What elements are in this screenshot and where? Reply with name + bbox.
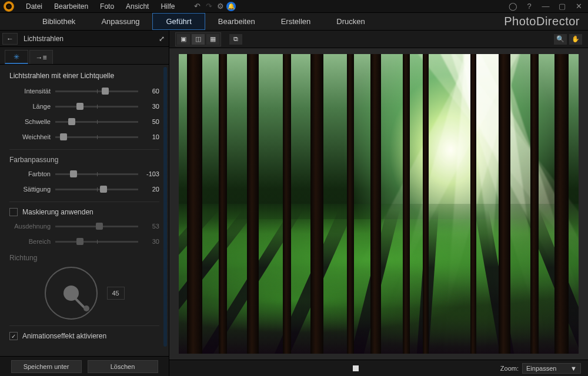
module-bar: Bibliothek Anpassung Geführt Bearbeiten … <box>0 13 588 31</box>
section-lightrays-title: Lichtstrahlen mit einer Lichtquelle <box>9 72 159 80</box>
panel-back-icon[interactable]: ← <box>2 33 18 45</box>
module-print[interactable]: Drucken <box>323 13 377 30</box>
minimize-icon[interactable]: — <box>540 2 552 11</box>
view-compare-icon[interactable]: ◫ <box>192 34 205 45</box>
checkbox-animation[interactable]: Animationseffekt aktivieren <box>9 332 159 340</box>
subtab-presets-icon[interactable]: →≡ <box>29 50 53 64</box>
direction-value[interactable]: 45 <box>107 287 125 300</box>
module-library[interactable]: Bibliothek <box>29 13 88 30</box>
work-area: ▣ ◫ ▦ ⧉ 🔍 ✋ <box>169 31 588 376</box>
section-direction-title: Richtung <box>9 254 159 262</box>
close-icon[interactable]: ✕ <box>573 2 584 11</box>
menu-photo[interactable]: Foto <box>94 2 120 11</box>
direction-dial[interactable] <box>45 267 98 320</box>
chevron-down-icon: ▼ <box>570 365 577 372</box>
preview-image <box>179 54 579 354</box>
panel-title: Lichtstrahlen <box>20 35 155 43</box>
delete-button[interactable]: Löschen <box>88 360 158 373</box>
slider-range: Bereich 30 <box>9 235 159 248</box>
checkbox-icon[interactable] <box>9 332 18 340</box>
module-create[interactable]: Erstellen <box>268 13 324 30</box>
menu-view[interactable]: Ansicht <box>120 2 155 11</box>
slider-intensity[interactable]: Intensität 60 <box>9 85 159 98</box>
subtab-effect-icon[interactable]: ✳ <box>5 50 28 64</box>
save-as-button[interactable]: Speichern unter <box>11 360 82 373</box>
help-icon[interactable]: ? <box>523 2 535 11</box>
app-logo-icon <box>4 1 14 12</box>
slider-softness[interactable]: Weichheit 10 <box>9 130 159 143</box>
brand-label: PhotoDirector <box>504 15 580 28</box>
maximize-icon[interactable]: ▢ <box>556 2 568 11</box>
pan-tool-icon[interactable]: ✋ <box>569 34 582 45</box>
slider-saturation[interactable]: Sättigung 20 <box>9 183 159 196</box>
view-grid-icon[interactable]: ▦ <box>206 34 219 45</box>
module-edit[interactable]: Bearbeiten <box>205 13 268 30</box>
effect-side-panel: ← Lichtstrahlen ⤢ ✳ →≡ Lichtstrahlen mit… <box>0 31 169 376</box>
zoom-tool-icon[interactable]: 🔍 <box>554 34 567 45</box>
slider-hue[interactable]: Farbton -103 <box>9 167 159 180</box>
view-single-icon[interactable]: ▣ <box>177 34 190 45</box>
slider-threshold[interactable]: Schwelle 50 <box>9 115 159 128</box>
redo-icon[interactable]: ↷ <box>203 2 215 11</box>
section-coloradjust-title: Farbanpassung <box>9 156 159 164</box>
menu-file[interactable]: Datei <box>20 2 48 11</box>
status-bar: Zoom: Einpassen ▼ <box>169 360 588 376</box>
panel-scroll[interactable]: Lichtstrahlen mit einer Lichtquelle Inte… <box>0 65 169 356</box>
view-toolbar: ▣ ◫ ▦ ⧉ 🔍 ✋ <box>169 31 588 48</box>
slider-extent: Ausdehnung 53 <box>9 220 159 233</box>
zoom-label: Zoom: <box>500 365 519 372</box>
view-secondary-icon[interactable]: ⧉ <box>229 34 242 45</box>
module-guided[interactable]: Geführt <box>152 13 205 30</box>
settings-gear-icon[interactable]: ⚙ <box>215 2 226 11</box>
stop-icon[interactable] <box>353 365 359 371</box>
panel-popout-icon[interactable]: ⤢ <box>155 35 169 43</box>
zoom-select[interactable]: Einpassen ▼ <box>522 363 581 374</box>
account-icon[interactable]: ◯ <box>507 2 519 11</box>
menu-edit[interactable]: Bearbeiten <box>48 2 94 11</box>
undo-icon[interactable]: ↶ <box>191 2 203 11</box>
notification-bell-icon[interactable]: 🔔 <box>226 2 236 11</box>
menu-help[interactable]: Hilfe <box>155 2 181 11</box>
image-canvas[interactable] <box>169 48 588 360</box>
checkbox-icon[interactable] <box>9 208 18 216</box>
module-adjust[interactable]: Anpassung <box>88 13 152 30</box>
menu-bar: Datei Bearbeiten Foto Ansicht Hilfe ↶ ↷ … <box>0 0 588 13</box>
checkbox-masking[interactable]: Maskierung anwenden <box>9 208 159 216</box>
slider-length[interactable]: Länge 30 <box>9 100 159 113</box>
